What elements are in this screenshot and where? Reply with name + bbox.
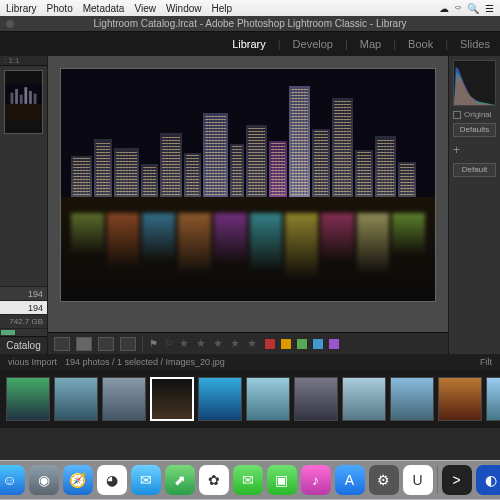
cloud-icon[interactable]: ☁ [439,3,449,14]
filmstrip-thumb[interactable] [6,377,50,421]
navigator-header[interactable]: : 1:1 [0,56,47,66]
close-traffic-light[interactable] [6,20,14,28]
filmstrip-thumb[interactable] [342,377,386,421]
infobar-collection[interactable]: vious Import [8,357,57,367]
module-slideshow[interactable]: Slides [456,38,494,50]
filmstrip-thumb[interactable] [54,377,98,421]
filmstrip-thumb[interactable] [486,377,500,421]
loupe-view-button[interactable] [76,337,92,351]
dock-app-facetime[interactable]: ▣ [267,465,297,495]
svg-rect-1 [5,104,42,121]
original-checkbox-row[interactable]: Original [453,110,496,119]
filmstrip-thumb[interactable] [150,377,194,421]
svg-rect-6 [29,91,32,104]
filmstrip-thumb[interactable] [438,377,482,421]
wifi-icon[interactable]: ⌔ [455,3,461,14]
dock-app-launchpad[interactable]: ◉ [29,465,59,495]
reject-icon[interactable]: ⚐ [164,338,173,349]
folder-count-row[interactable]: 194 [0,286,47,300]
dock-app-safari[interactable]: 🧭 [63,465,93,495]
add-panel-icon[interactable]: + [453,141,496,159]
svg-rect-2 [11,93,14,104]
original-label: Original [464,110,492,119]
color-label-green[interactable] [297,339,307,349]
grid-view-button[interactable] [54,337,70,351]
filmstrip-infobar: vious Import 194 photos / 1 selected / I… [0,354,500,370]
dock-app-terminal[interactable]: > [442,465,472,495]
control-center-icon[interactable]: ☰ [485,3,494,14]
macos-menubar: Library Photo Metadata View Window Help … [0,0,500,16]
window-titlebar: Lightroom Catalog.lrcat - Adobe Photosho… [0,16,500,32]
svg-rect-7 [34,94,37,104]
dock-app-maps[interactable]: ⬈ [165,465,195,495]
menu-photo[interactable]: Photo [47,3,73,14]
loupe-toolbar: ⚑ ⚐ ★ ★ ★ ★ ★ [48,332,448,354]
module-map[interactable]: Map [356,38,385,50]
dock-app-appstore[interactable]: A [335,465,365,495]
left-panel: : 1:1 194 194 742.7 GB Catalog [0,56,48,354]
filter-label[interactable]: Filt [480,357,492,367]
compare-view-button[interactable] [98,337,114,351]
dock-app-1password[interactable]: ◐ [476,465,501,495]
filmstrip[interactable] [0,370,500,428]
filmstrip-thumb[interactable] [390,377,434,421]
color-label-yellow[interactable] [281,339,291,349]
menu-library[interactable]: Library [6,3,37,14]
disk-bar [0,328,47,336]
menu-window[interactable]: Window [166,3,202,14]
menu-view[interactable]: View [134,3,156,14]
workspace: : 1:1 194 194 742.7 GB Catalog [0,56,500,354]
catalog-panel-header[interactable]: Catalog [0,336,47,354]
filmstrip-thumb[interactable] [198,377,242,421]
folder-count-row-active[interactable]: 194 [0,300,47,314]
menu-help[interactable]: Help [212,3,233,14]
macos-dock: ☺◉🧭◕✉⬈✿✉▣♪A⚙U>◐ [0,460,500,500]
main-photo[interactable] [60,68,436,302]
filmstrip-thumb[interactable] [294,377,338,421]
filmstrip-thumb[interactable] [102,377,146,421]
dock-app-mail[interactable]: ✉ [131,465,161,495]
svg-rect-5 [24,87,27,104]
dock-divider [437,466,438,494]
filmstrip-thumb[interactable] [246,377,290,421]
navigator-thumbnail[interactable] [4,70,43,134]
dock-app-itunes[interactable]: ♪ [301,465,331,495]
color-label-red[interactable] [265,339,275,349]
original-checkbox[interactable] [453,111,461,119]
svg-rect-4 [20,95,23,104]
color-label-blue[interactable] [313,339,323,349]
dock-app-finder[interactable]: ☺ [0,465,25,495]
dock-app-photos[interactable]: ✿ [199,465,229,495]
rating-stars[interactable]: ★ ★ ★ ★ ★ [179,337,259,350]
dock-app-messages[interactable]: ✉ [233,465,263,495]
dock-app-magnet[interactable]: U [403,465,433,495]
module-book[interactable]: Book [404,38,437,50]
module-develop[interactable]: Develop [289,38,337,50]
histogram[interactable] [453,60,496,106]
menu-metadata[interactable]: Metadata [83,3,125,14]
flag-icon[interactable]: ⚑ [149,338,158,349]
default-button[interactable]: Default [453,163,496,177]
infobar-status: 194 photos / 1 selected / Images_20.jpg [65,357,225,367]
search-icon[interactable]: 🔍 [467,3,479,14]
dock-app-preferences[interactable]: ⚙ [369,465,399,495]
color-label-purple[interactable] [329,339,339,349]
svg-rect-3 [15,89,18,104]
dock-app-chrome[interactable]: ◕ [97,465,127,495]
defaults-button[interactable]: Defaults [453,123,496,137]
loupe-view[interactable]: ⚑ ⚐ ★ ★ ★ ★ ★ [48,56,448,354]
module-picker: Library| Develop| Map| Book| Slides [0,32,500,56]
disk-size: 742.7 GB [0,314,47,328]
module-library[interactable]: Library [228,38,270,50]
window-title: Lightroom Catalog.lrcat - Adobe Photosho… [94,18,407,29]
survey-view-button[interactable] [120,337,136,351]
right-panel: Original Defaults + Default [448,56,500,354]
macos-dock-area: ☺◉🧭◕✉⬈✿✉▣♪A⚙U>◐ [0,444,500,500]
